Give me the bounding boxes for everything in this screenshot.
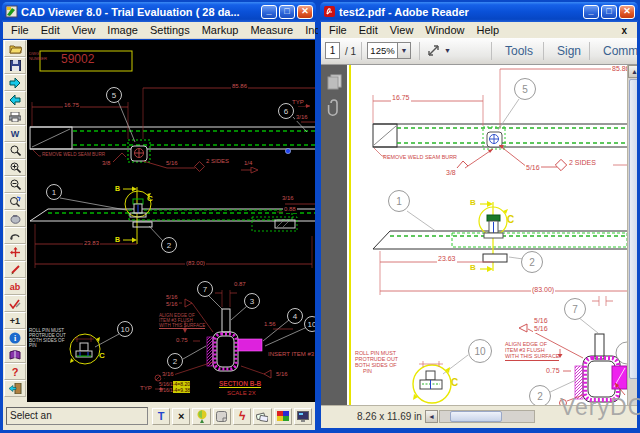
pdf-window-title: test2.pdf - Adobe Reader	[339, 6, 469, 18]
pdf-menu-close-doc[interactable]: x	[615, 24, 633, 37]
note-remove-burr: REMOVE WELD SEAM BURR	[42, 152, 105, 157]
horizontal-scrollbar[interactable]	[439, 410, 535, 423]
pdf-title-bar[interactable]: test2.pdf - Adobe Reader _ □ ✕	[320, 2, 638, 22]
print-icon[interactable]	[4, 108, 26, 125]
sign-button[interactable]: Sign	[551, 42, 587, 60]
verydoc-watermark: VeryDOC	[560, 394, 640, 421]
exit-icon[interactable]	[4, 380, 26, 397]
pdf-minimize-button[interactable]: _	[583, 5, 599, 19]
cad-menu-markup[interactable]: Markup	[196, 23, 245, 37]
weld-3-16-bottom: 3/16	[161, 371, 175, 378]
balloon-4: 4	[287, 308, 303, 324]
page-number-input[interactable]: 1	[325, 42, 340, 59]
close-markup-icon[interactable]: ×	[172, 408, 190, 425]
pdf-menu-file[interactable]: File	[323, 23, 353, 37]
redline-tool-icon[interactable]: ϟ	[233, 408, 251, 425]
cad-menu-file[interactable]: File	[5, 23, 35, 37]
cad-toolbar: W ab +1 i ?	[3, 40, 27, 402]
cad-drawing-canvas[interactable]: DWG. NUMBER 59002 16.75 85.86 TYP 3/16 R…	[27, 40, 315, 402]
fit-width-icon[interactable]: W	[4, 125, 26, 142]
comment-button[interactable]: Comment	[597, 42, 637, 60]
pdf-menu-edit[interactable]: Edit	[353, 23, 384, 37]
dim-83-00: (83.00)	[185, 260, 206, 267]
pdf-detail-c-label: C	[507, 214, 514, 225]
pdf-balloon-5: 5	[514, 78, 536, 100]
cad-title-bar[interactable]: CAD Viewer 8.0 - Trial Evaluation ( 28 d…	[2, 2, 316, 22]
pdf-menu-help[interactable]: Help	[470, 23, 505, 37]
cad-menu-edit[interactable]: Edit	[35, 23, 66, 37]
move-icon[interactable]	[4, 244, 26, 261]
weld-5-16-top-stack-1: 5/16	[165, 294, 179, 301]
layers-icon[interactable]: +1	[4, 312, 26, 329]
pdf-maximize-button[interactable]: □	[601, 5, 617, 19]
pdf-vertical-scrollbar[interactable]: ▲ ▼	[627, 65, 637, 405]
page-thumbnails-icon[interactable]	[325, 73, 343, 91]
weld-5-16: 5/16	[165, 160, 179, 167]
zoom-out-icon[interactable]	[4, 176, 26, 193]
cad-command-prompt[interactable]: Select an	[6, 407, 148, 425]
pdf-close-button[interactable]: ✕	[619, 5, 635, 19]
previous-view-icon[interactable]	[4, 91, 26, 108]
scroll-up-icon[interactable]: ▲	[628, 65, 637, 78]
zoom-level-input[interactable]: 125%	[367, 42, 397, 59]
cad-status-bar: Select an T × ϟ	[3, 402, 315, 430]
pdf-balloon-2: 2	[521, 251, 543, 273]
open-folder-icon[interactable]	[4, 40, 26, 57]
note-tool-icon[interactable]	[213, 408, 231, 425]
balloon-1: 1	[46, 184, 62, 200]
publish-book-icon[interactable]	[4, 346, 26, 363]
insert-item-note: INSERT ITEM #3	[267, 351, 315, 358]
cad-close-button[interactable]: ✕	[297, 5, 313, 19]
markup-check-icon[interactable]	[4, 295, 26, 312]
tag-tool-icon[interactable]	[253, 408, 271, 425]
pdf-dim-85-86: 85.86	[611, 65, 627, 73]
info-icon[interactable]: i	[4, 329, 26, 346]
color-palette-icon[interactable]	[274, 408, 292, 425]
pan-icon[interactable]	[4, 210, 26, 227]
weld-3-16: 3/16	[295, 114, 309, 121]
cad-menu-settings[interactable]: Settings	[144, 23, 196, 37]
vertical-scroll-thumb[interactable]	[629, 79, 637, 379]
cad-menu-measure[interactable]: Measure	[244, 23, 299, 37]
detail-c-label: C	[147, 195, 153, 204]
next-view-icon[interactable]	[4, 74, 26, 91]
weld-3-8: 3/8	[101, 160, 111, 167]
weld-5-16-bottom: 5/16	[275, 371, 289, 378]
screen-tool-icon[interactable]	[294, 408, 312, 425]
zoom-dropdown-button[interactable]: ▼	[397, 42, 411, 59]
zoom-in-icon[interactable]	[4, 159, 26, 176]
section-b-bottom: B	[115, 236, 120, 244]
text-tool-icon[interactable]: T	[152, 408, 170, 425]
page-count-label: / 1	[345, 46, 356, 57]
markup-pen-icon[interactable]	[4, 261, 26, 278]
pdf-page[interactable]: 16.75 85.86 REMOVE WELD SEAM BURR 3/8 5/…	[347, 65, 627, 405]
dim-23-83: 23.83	[83, 240, 100, 247]
cad-maximize-button[interactable]: □	[279, 5, 295, 19]
scroll-left-icon[interactable]: ◄	[425, 410, 438, 423]
markup-text-icon[interactable]: ab	[4, 278, 26, 295]
dwg-number-label: DWG. NUMBER	[29, 52, 47, 61]
detail-c-label-2: C	[99, 352, 105, 361]
zoom-icon[interactable]	[4, 142, 26, 159]
tools-button[interactable]: Tools	[499, 42, 539, 60]
balloon-tool-icon[interactable]	[192, 408, 210, 425]
horizontal-scroll-thumb[interactable]	[450, 411, 502, 422]
attachments-icon[interactable]	[325, 99, 343, 117]
pdf-weld-5-16-stack-2: 5/16	[533, 325, 549, 333]
zoom-dynamic-icon[interactable]	[4, 193, 26, 210]
undo-icon[interactable]	[4, 227, 26, 244]
note-roll-pin-4: PIN	[29, 343, 37, 348]
cad-menu-image[interactable]: Image	[101, 23, 144, 37]
fit-page-button[interactable]: ▼	[425, 42, 453, 60]
cad-window-title: CAD Viewer 8.0 - Trial Evaluation ( 28 d…	[21, 6, 240, 18]
pdf-section-b-top: B	[470, 199, 476, 208]
dim-0-88: 0.88	[283, 206, 297, 213]
help-icon[interactable]: ?	[4, 363, 26, 380]
pdf-menu-view[interactable]: View	[384, 23, 420, 37]
pdf-menu-bar: File Edit View Window Help x	[321, 22, 637, 39]
save-icon[interactable]	[4, 57, 26, 74]
pdf-menu-window[interactable]: Window	[419, 23, 470, 37]
cad-minimize-button[interactable]: _	[261, 5, 277, 19]
cad-menu-view[interactable]: View	[66, 23, 102, 37]
typ-bottom-label: TYP	[139, 385, 153, 392]
